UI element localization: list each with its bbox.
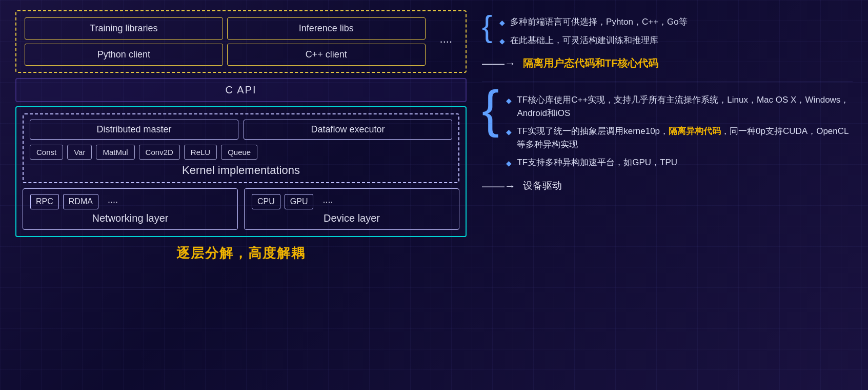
kernel-section: Distributed master Dataflow executor Con… <box>23 113 459 183</box>
brace-1: { <box>482 11 492 42</box>
bullet-item-2-3: ◆ TF支持多种异构加速平台，如GPU，TPU <box>506 156 853 169</box>
op-const: Const <box>30 145 63 160</box>
cpp-client-box: C++ client <box>227 44 426 66</box>
arrow-1: ——→ <box>482 57 516 70</box>
training-libraries-box: Training libraries <box>25 17 223 40</box>
left-panel: Training libraries Inference libs ···· P… <box>15 10 467 380</box>
right-panel: { ◆ 多种前端语言可供选择，Pyhton，C++，Go等 ◆ 在此基础上，可灵… <box>482 10 853 380</box>
net-dots: ···· <box>103 197 123 207</box>
annotation-group-1: { ◆ 多种前端语言可供选择，Pyhton，C++，Go等 ◆ 在此基础上，可灵… <box>482 15 853 47</box>
bullet-item-2-2: ◆ TF实现了统一的抽象层调用kerne10p，隔离异构代码，同一种0p支持CU… <box>506 125 853 151</box>
annotation-group-2: { ◆ TF核心库使用C++实现，支持几乎所有主流操作系统，Linux，Mac … <box>482 93 853 169</box>
dev-cpu: CPU <box>252 194 280 209</box>
capi-section: C API <box>15 78 467 102</box>
bullet-list-1: ◆ 多种前端语言可供选择，Pyhton，C++，Go等 ◆ 在此基础上，可灵活构… <box>499 15 688 47</box>
arrow-highlight-2: ——→ 设备驱动 <box>482 179 853 193</box>
diamond-icon-2-1: ◆ <box>506 95 512 106</box>
distributed-master-box: Distributed master <box>30 120 238 140</box>
dev-dots: ···· <box>317 197 338 207</box>
bottom-row: RPC RDMA ···· Networking layer CPU GPU ·… <box>23 188 459 230</box>
main-container: Training libraries Inference libs ···· P… <box>0 0 868 390</box>
top-grid: Training libraries Inference libs ···· P… <box>25 17 457 66</box>
device-label: Device layer <box>252 212 452 224</box>
bullet-text-2-1: TF核心库使用C++实现，支持几乎所有主流操作系统，Linux，Mac OS X… <box>517 93 853 120</box>
bullet-text-1-2: 在此基础上，可灵活构建训练和推理库 <box>510 34 658 47</box>
device-items-row: CPU GPU ···· <box>252 194 452 209</box>
bullet-list-2: ◆ TF核心库使用C++实现，支持几乎所有主流操作系统，Linux，Mac OS… <box>506 93 853 169</box>
arrow-highlight-1: ——→ 隔离用户态代码和TF核心代码 <box>482 56 853 70</box>
bullet-item-2-1: ◆ TF核心库使用C++实现，支持几乎所有主流操作系统，Linux，Mac OS… <box>506 93 853 120</box>
inference-libs-box: Inference libs <box>227 17 426 40</box>
capi-label: C API <box>25 84 457 96</box>
diamond-icon-1-1: ◆ <box>499 17 505 28</box>
bullet-item-1-2: ◆ 在此基础上，可灵活构建训练和推理库 <box>499 34 688 47</box>
net-rpc: RPC <box>30 194 59 209</box>
separator-1 <box>482 82 853 82</box>
top-section: Training libraries Inference libs ···· P… <box>15 10 467 73</box>
highlight-text-1: 隔离用户态代码和TF核心代码 <box>523 56 658 70</box>
op-queue: Queue <box>221 145 257 160</box>
bullet-item-1-1: ◆ 多种前端语言可供选择，Pyhton，C++，Go等 <box>499 15 688 29</box>
op-conv2d: Conv2D <box>139 145 180 160</box>
net-rdma: RDMA <box>63 194 98 209</box>
networking-box: RPC RDMA ···· Networking layer <box>23 188 238 230</box>
op-relu: ReLU <box>184 145 217 160</box>
diamond-icon-1-2: ◆ <box>499 36 505 47</box>
top-dots: ···· <box>435 35 457 48</box>
kernel-top-row: Distributed master Dataflow executor <box>30 120 452 140</box>
kernel-label: Kernel implementations <box>30 164 452 177</box>
python-client-box: Python client <box>25 44 223 66</box>
highlight-inline: 隔离异构代码 <box>669 126 721 136</box>
arrow-2: ——→ <box>482 180 516 193</box>
device-box: CPU GPU ···· Device layer <box>244 188 459 230</box>
op-var: Var <box>67 145 92 160</box>
diamond-icon-2-3: ◆ <box>506 158 512 169</box>
main-section: Distributed master Dataflow executor Con… <box>15 106 467 237</box>
diamond-icon-2-2: ◆ <box>506 127 512 138</box>
brace-2: { <box>482 83 499 134</box>
bullet-text-1-1: 多种前端语言可供选择，Pyhton，C++，Go等 <box>510 15 688 29</box>
dataflow-executor-box: Dataflow executor <box>244 120 452 140</box>
bottom-title: 逐层分解，高度解耦 <box>15 244 467 262</box>
arrow-2-label: 设备驱动 <box>523 179 562 192</box>
networking-label: Networking layer <box>30 212 230 224</box>
networking-items-row: RPC RDMA ···· <box>30 194 230 209</box>
dev-gpu: GPU <box>285 194 314 209</box>
kernel-ops-row: Const Var MatMul Conv2D ReLU Queue <box>30 145 452 160</box>
op-matmul: MatMul <box>96 145 134 160</box>
bullet-text-2-3: TF支持多种异构加速平台，如GPU，TPU <box>517 156 677 169</box>
bullet-text-2-2: TF实现了统一的抽象层调用kerne10p，隔离异构代码，同一种0p支持CUDA… <box>517 125 853 151</box>
